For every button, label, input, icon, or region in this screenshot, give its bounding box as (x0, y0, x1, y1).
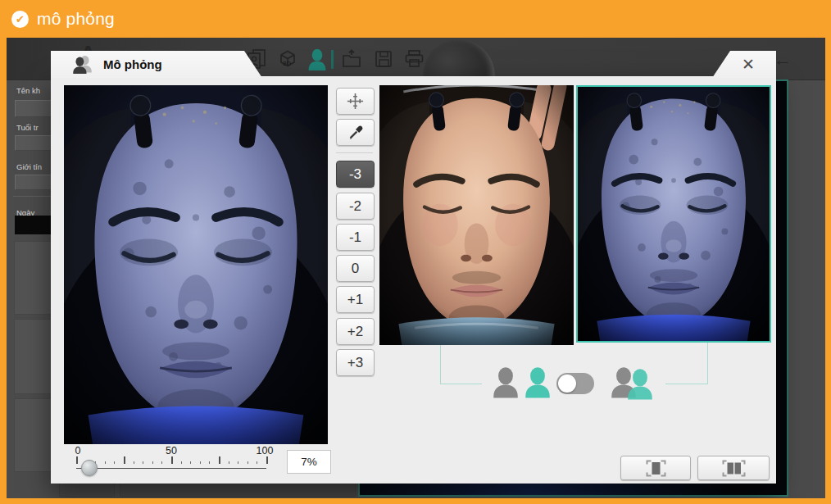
uv-photo-thumbnail-selected[interactable] (576, 85, 771, 343)
person-teal-overlap-icon (626, 368, 654, 401)
3d-viewer-icon[interactable]: 3D (277, 48, 298, 70)
overlay-toggle[interactable] (556, 373, 594, 394)
screen: ✔ mô phỏng A 3D ← Tên kh Tuổi tr (0, 0, 831, 504)
simulation-persons-icon (72, 55, 93, 75)
person-gray-icon (492, 366, 520, 399)
toggle-knob (558, 375, 576, 393)
slider-knob[interactable] (81, 460, 98, 476)
dialog-title-tab: Mô phỏng (51, 51, 262, 78)
color-picker-button[interactable] (336, 119, 375, 146)
frame-bottom (0, 498, 831, 504)
tick-mark (76, 456, 78, 464)
single-view-button[interactable] (620, 456, 691, 480)
panel-seam (59, 483, 115, 497)
level-button[interactable]: +2 (336, 318, 375, 345)
print-icon[interactable] (403, 48, 425, 70)
tick-mark (257, 461, 257, 464)
tick-mark (266, 456, 268, 464)
level-button[interactable]: -1 (336, 224, 375, 251)
crosshair-icon (346, 92, 365, 111)
tick-mark (229, 461, 229, 464)
slider-value-box: 7% (287, 450, 331, 474)
align-crosshair-button[interactable] (336, 88, 375, 115)
level-button[interactable]: +3 (336, 349, 375, 376)
back-arrow[interactable]: ← (774, 49, 792, 70)
normal-photo-thumbnail[interactable] (379, 85, 574, 345)
open-file-icon[interactable] (341, 48, 362, 70)
single-view-icon (645, 459, 667, 478)
simulation-person-icon[interactable] (307, 49, 328, 70)
tick-mark (134, 461, 134, 464)
connector-line-left (440, 345, 482, 384)
tick-mark (143, 461, 143, 464)
slider-track[interactable] (76, 468, 266, 469)
tick-mark (114, 461, 115, 464)
tick-mark (200, 461, 201, 464)
close-icon: ✕ (742, 55, 755, 74)
check-circle-icon: ✔ (11, 11, 29, 28)
tick-mark (219, 456, 220, 464)
uv-preview-image (64, 85, 328, 444)
tick-mark (171, 456, 173, 464)
slider-tick-label: 50 (166, 445, 177, 456)
eyedropper-icon (347, 124, 365, 142)
frame-left (0, 38, 7, 504)
simulation-dialog: -3 -2 -1 0 +1 +2 +3 0 50 100 7% (51, 76, 776, 484)
field-label: Tuổi tr (16, 123, 39, 132)
dialog-title: Mô phỏng (103, 57, 162, 71)
level-button[interactable]: +1 (336, 286, 375, 313)
level-button[interactable]: -2 (336, 193, 375, 220)
connector-line-right (665, 343, 708, 384)
tick-mark (190, 461, 191, 464)
save-icon[interactable] (373, 48, 394, 70)
tick-mark (161, 461, 162, 464)
tick-mark (238, 461, 238, 464)
tick-mark (181, 461, 182, 464)
level-button[interactable]: -3 (336, 161, 375, 188)
frame-right (825, 38, 831, 504)
svg-text:3D: 3D (283, 60, 291, 67)
slider-tick-label: 100 (257, 445, 274, 456)
top-banner: ✔ mô phỏng (0, 0, 831, 38)
tick-mark (152, 461, 153, 464)
tick-mark (105, 461, 106, 464)
field-label: Giới tín (16, 162, 42, 171)
tick-mark (209, 461, 210, 464)
compare-view-icon (721, 459, 747, 478)
slider-ticks (76, 456, 266, 465)
banner-title: mô phỏng (37, 9, 115, 29)
toolbar-separator (331, 50, 334, 69)
compare-view-button[interactable] (697, 456, 770, 480)
tick-mark (124, 456, 125, 464)
panel-seam (120, 483, 356, 497)
level-button[interactable]: 0 (336, 255, 375, 282)
tick-mark (247, 461, 248, 464)
slider-tick-label: 0 (75, 445, 81, 456)
person-teal-icon (524, 366, 552, 399)
tool-divider (336, 152, 373, 153)
field-label: Tên kh (16, 86, 40, 95)
